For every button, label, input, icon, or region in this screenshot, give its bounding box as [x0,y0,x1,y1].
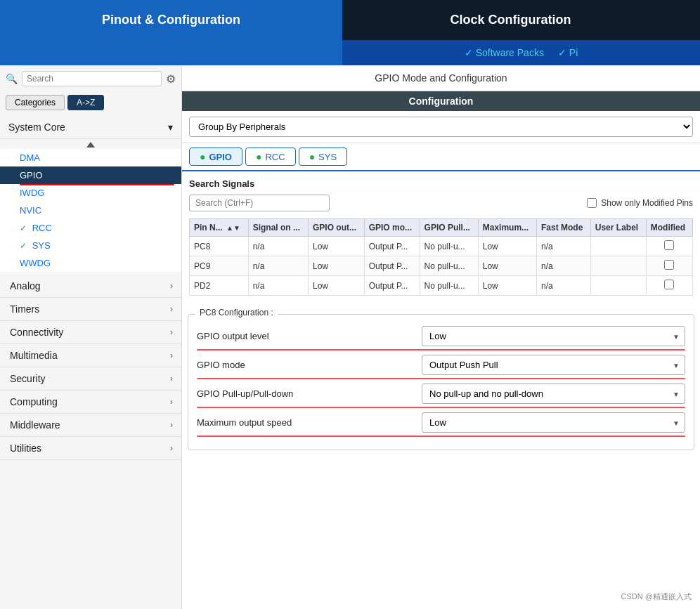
sidebar-item-rcc[interactable]: ✓ RCC [0,219,181,237]
red-annotation-2 [197,378,685,379]
tab-gpio[interactable]: ● GPIO [189,148,242,166]
signals-area: Search Signals Show only Modified Pins P… [182,171,700,303]
gpio-mode-select-wrap: Output Push Pull Output Open Drain [422,355,685,375]
check-icon-rcc-tab: ● [256,151,261,162]
th-modified: Modified [646,219,692,237]
clock-config-label: Clock Configuration [451,13,571,27]
output-level-select-wrap: Low High [422,326,685,346]
pull-select[interactable]: No pull-up and no pull-down Pull-up Pull… [422,384,685,404]
second-nav-right[interactable]: ✓ Software Packs ✓ Pi [342,40,700,65]
config-row-output-level: GPIO output level Low High [197,326,685,346]
sidebar-item-wwdg[interactable]: WWDG [0,254,181,272]
config-row-speed: Maximum output speed Low Medium High Ver… [197,412,685,433]
cell-modified [646,256,692,276]
iwdg-label: IWDG [20,188,44,198]
th-gpio-pull[interactable]: GPIO Pull... [420,219,478,237]
cell-pull: No pull-u... [420,256,478,276]
tab-az[interactable]: A->Z [67,95,104,110]
pi-item[interactable]: ✓ Pi [558,47,578,58]
timers-label: Timers [10,303,39,315]
tab-rcc[interactable]: ● RCC [245,148,296,166]
table-row[interactable]: PD2 n/a Low Output P... No pull-u... Low… [190,276,693,296]
sidebar-item-gpio[interactable]: GPIO [0,166,181,184]
system-core-label: System Core [8,122,65,133]
wwdg-label: WWDG [20,258,51,268]
sidebar-item-middleware[interactable]: Middleware › [0,414,181,437]
nvic-label: NVIC [20,205,41,216]
gpio-table-body: PC8 n/a Low Output P... No pull-u... Low… [190,237,693,296]
check-icon-sys-tab: ● [309,151,315,162]
search-icon: 🔍 [6,73,18,84]
th-pin-name[interactable]: Pin N... ▲▼ [190,219,249,237]
top-navigation: Pinout & Configuration Clock Configurati… [0,0,700,40]
sidebar-item-analog[interactable]: Analog › [0,275,181,298]
cell-signal: n/a [248,276,308,296]
sidebar-item-utilities[interactable]: Utilities › [0,437,181,460]
sidebar-item-computing[interactable]: Computing › [0,391,181,414]
cell-fast: n/a [536,256,590,276]
config-tabs: ● GPIO ● RCC ● SYS [182,143,700,171]
th-gpio-mode[interactable]: GPIO mo... [364,219,420,237]
output-level-select[interactable]: Low High [422,326,685,346]
speed-select[interactable]: Low Medium High Very High [422,412,685,433]
pc8-config-section: PC8 Configuration : GPIO output level Lo… [188,314,694,450]
table-row[interactable]: PC9 n/a Low Output P... No pull-u... Low… [190,256,693,276]
gpio-table: Pin N... ▲▼ Signal on ... GPIO out... GP… [189,218,693,296]
sidebar-item-multimedia[interactable]: Multimedia › [0,344,181,367]
modified-checkbox[interactable] [664,260,674,270]
check-icon-sys: ✓ [20,241,27,251]
software-packs-item[interactable]: ✓ Software Packs [465,47,544,58]
th-signal-on[interactable]: Signal on ... [248,219,308,237]
sidebar-item-dma[interactable]: DMA [0,149,181,166]
cell-modified [646,276,692,296]
show-modified-checkbox[interactable] [587,198,597,208]
pull-label: GPIO Pull-up/Pull-down [197,388,422,399]
sort-indicator [0,139,181,149]
cell-pull: No pull-u... [420,237,478,256]
chevron-down-icon: ▾ [168,122,173,133]
chevron-right-icon: › [170,281,173,291]
multimedia-label: Multimedia [10,350,58,361]
table-row[interactable]: PC8 n/a Low Output P... No pull-u... Low… [190,237,693,256]
cell-max: Low [478,256,536,276]
sidebar-item-security[interactable]: Security › [0,367,181,391]
modified-checkbox[interactable] [664,280,674,289]
group-by-select[interactable]: Group By Peripherals [189,117,693,137]
gear-icon[interactable]: ⚙ [166,72,176,86]
tab-categories[interactable]: Categories [6,95,65,110]
th-gpio-output[interactable]: GPIO out... [309,219,365,237]
chevron-right-icon: › [170,397,173,407]
signals-search-row: Show only Modified Pins [189,195,693,211]
sidebar-item-connectivity[interactable]: Connectivity › [0,321,181,344]
second-nav-left [0,40,342,65]
modified-checkbox[interactable] [664,240,674,250]
sidebar-item-system-core[interactable]: System Core ▾ [0,116,181,139]
output-level-label: GPIO output level [197,331,422,341]
sidebar-item-timers[interactable]: Timers › [0,298,181,321]
chevron-right-icon: › [170,443,173,453]
cell-label [590,276,646,296]
tab-sys[interactable]: ● SYS [299,148,347,166]
page-title: GPIO Mode and Configuration [375,72,507,84]
clock-config-tab[interactable]: Clock Configuration [342,0,679,40]
sidebar-item-nvic[interactable]: NVIC [0,202,181,219]
th-fast-mode[interactable]: Fast Mode [536,219,590,237]
cell-output: Low [309,237,365,256]
gpio-mode-select[interactable]: Output Push Pull Output Open Drain [422,355,685,375]
signals-search-input[interactable] [189,195,330,211]
modified-pins-row: Show only Modified Pins [587,198,693,208]
sidebar-item-iwdg[interactable]: IWDG [0,184,181,202]
cell-fast: n/a [536,276,590,296]
dma-label: DMA [20,152,40,163]
config-section-header: Configuration [182,91,700,111]
th-maximum-speed[interactable]: Maximum... [478,219,536,237]
cell-max: Low [478,237,536,256]
sidebar-item-sys[interactable]: ✓ SYS [0,237,181,254]
search-input[interactable] [22,71,162,86]
sidebar-tabs: Categories A->Z [0,92,181,113]
pinout-config-tab[interactable]: Pinout & Configuration [0,0,342,40]
th-user-label[interactable]: User Label [590,219,646,237]
cell-pin: PC9 [190,256,249,276]
speed-select-wrap: Low Medium High Very High [422,412,685,433]
gpio-tab-label: GPIO [209,152,232,162]
